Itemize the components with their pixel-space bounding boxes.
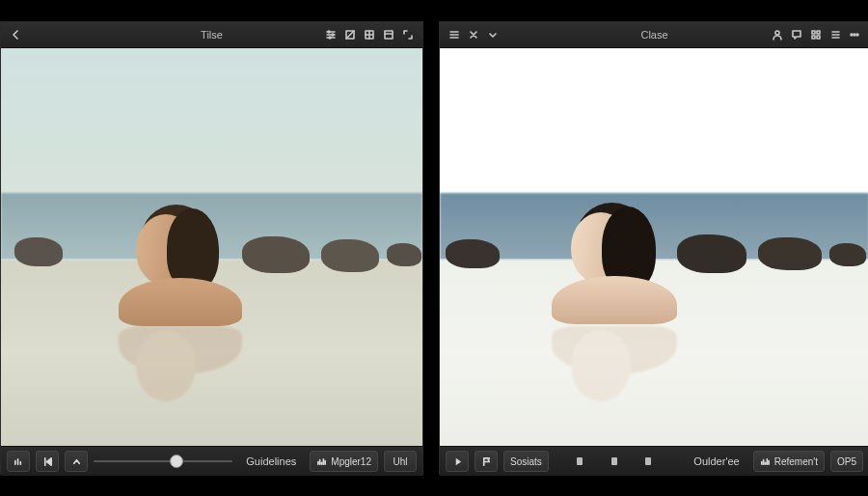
exposure-slider[interactable] [94,452,232,471]
grid-icon[interactable] [361,26,378,43]
expand-icon[interactable] [399,26,417,43]
timeline-mark[interactable] [611,457,617,465]
skip-icon[interactable] [36,451,59,472]
photo-right [440,48,868,446]
topbar-left-controls [1,26,24,43]
slider-thumb[interactable] [170,455,183,468]
uhl-button[interactable]: Uhl [384,451,417,472]
levels-icon[interactable] [7,451,30,472]
panel-icon[interactable] [380,26,397,43]
flag-icon[interactable] [475,451,498,472]
mpgler-button[interactable]: Mpgler12 [310,451,378,472]
timeline-marks[interactable] [555,452,681,471]
sosiats-button[interactable]: Sosiats [503,451,549,472]
guidelines-label: Guidelines [238,455,304,467]
editor-pane-left: Tilse [0,21,423,475]
svg-rect-5 [385,31,393,39]
grid-icon[interactable] [807,26,825,43]
refinement-button[interactable]: Refemen't [753,451,825,472]
photo-left [1,48,422,446]
svg-point-11 [851,34,853,36]
svg-rect-10 [817,36,820,39]
more-icon[interactable] [846,26,863,43]
editor-pane-right: Clase [439,21,868,475]
topbar-left: Tilse [1,22,422,48]
play-icon[interactable] [446,451,469,472]
chevron-up-icon[interactable] [65,451,88,472]
image-viewport-right[interactable] [440,48,868,446]
svg-point-6 [775,31,779,35]
timeline-mark[interactable] [577,457,583,465]
op5-button[interactable]: OP5 [830,451,863,472]
svg-rect-8 [817,31,820,34]
bottombar-left: Guidelines Mpgler12 Uhl [1,446,422,476]
center-label-right: Oulder'ee [686,455,746,467]
comment-icon[interactable] [788,26,805,43]
sliders-icon[interactable] [322,26,339,43]
user-icon[interactable] [769,26,786,43]
close-icon[interactable] [465,26,482,43]
topbar-right-controls [322,26,422,43]
slider-track [94,460,232,462]
topbar-right-controls [769,26,868,43]
timeline-mark[interactable] [645,457,651,465]
svg-point-13 [856,34,858,36]
topbar-left-controls [440,26,502,43]
svg-rect-7 [812,31,815,34]
chevron-down-icon[interactable] [484,26,502,43]
topbar-right: Clase [440,22,868,48]
bottombar-right: Sosiats Oulder'ee Refemen't OP5 [440,446,868,476]
image-viewport-left[interactable] [1,48,422,446]
menu-icon[interactable] [446,26,463,43]
list-icon[interactable] [827,26,844,43]
chevron-left-icon[interactable] [7,26,24,43]
svg-rect-9 [812,36,815,39]
gradient-icon[interactable] [341,26,359,43]
svg-point-12 [854,34,855,36]
